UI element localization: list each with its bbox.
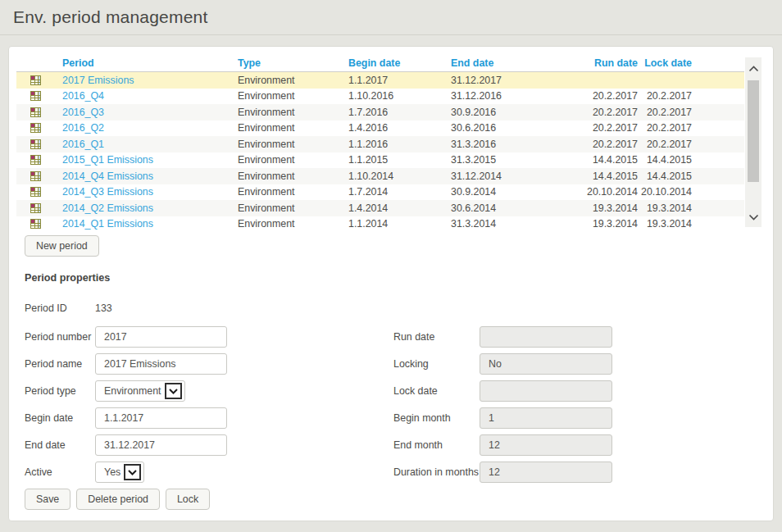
- lock-date-cell: 20.2.2017: [638, 90, 693, 102]
- lock-date-cell: 20.2.2017: [638, 107, 693, 118]
- active-select[interactable]: Yes: [95, 462, 144, 483]
- period-properties-heading: Period properties: [25, 272, 766, 284]
- table-row[interactable]: 2014_Q2 Emissions Environment 1.4.2014 3…: [16, 200, 744, 216]
- table-row[interactable]: 2015_Q1 Emissions Environment 1.1.2015 3…: [16, 152, 744, 169]
- begin-date-cell: 1.1.2014: [340, 218, 443, 230]
- table-row[interactable]: 2016_Q4 Environment 1.10.2016 31.12.2016…: [16, 89, 744, 105]
- begin-date-cell: 1.4.2016: [340, 122, 443, 134]
- column-header-type[interactable]: Type: [230, 57, 340, 69]
- period-type-cell: Environment: [230, 107, 340, 118]
- end-month-field: [480, 434, 612, 456]
- begin-date-cell: 1.4.2014: [340, 202, 443, 214]
- period-number-label: Period number: [25, 331, 95, 343]
- period-type-label: Period type: [25, 385, 95, 397]
- period-link[interactable]: 2016_Q3: [62, 107, 104, 118]
- end-date-cell: 30.9.2016: [443, 107, 549, 118]
- end-date-cell: 30.6.2016: [443, 122, 549, 134]
- period-link[interactable]: 2017 Emissions: [62, 75, 134, 86]
- calendar-icon: [16, 155, 54, 165]
- table-scrollbar[interactable]: [745, 57, 762, 227]
- end-date-input[interactable]: [95, 434, 227, 456]
- period-type-cell: Environment: [230, 218, 340, 230]
- run-date-cell: 19.3.2014: [549, 202, 638, 214]
- begin-date-cell: 1.1.2015: [340, 154, 443, 166]
- period-table: Period Type Begin date End date Run date…: [16, 55, 766, 230]
- calendar-icon: [16, 139, 54, 149]
- lock-date-cell: 19.3.2014: [638, 202, 693, 214]
- chevron-down-icon: [165, 383, 182, 399]
- period-id-label: Period ID: [25, 302, 95, 314]
- column-header-lock-date[interactable]: Lock date: [638, 57, 693, 69]
- run-date-cell: 20.2.2017: [549, 122, 638, 134]
- chevron-down-icon: [748, 209, 759, 224]
- begin-date-label: Begin date: [25, 412, 95, 424]
- scrollbar-up-button[interactable]: [745, 57, 762, 79]
- period-name-input[interactable]: [95, 353, 227, 375]
- period-id-value: 133: [95, 302, 112, 314]
- period-type-select[interactable]: Environment: [95, 380, 185, 402]
- period-number-input[interactable]: [95, 326, 227, 348]
- table-row[interactable]: 2017 Emissions Environment 1.1.2017 31.1…: [16, 72, 744, 89]
- table-row[interactable]: 2016_Q3 Environment 1.7.2016 30.9.2016 2…: [16, 104, 744, 120]
- lock-date-label: Lock date: [393, 385, 480, 397]
- calendar-icon: [16, 219, 54, 229]
- run-date-cell: 20.2.2017: [549, 139, 638, 150]
- table-row[interactable]: 2016_Q1 Environment 1.1.2016 31.3.2016 2…: [16, 136, 744, 152]
- run-date-cell: 20.10.2014: [549, 186, 638, 198]
- locking-label: Locking: [393, 358, 480, 370]
- period-name-label: Period name: [25, 358, 95, 370]
- period-link[interactable]: 2014_Q2 Emissions: [62, 202, 153, 214]
- lock-button[interactable]: Lock: [166, 489, 210, 510]
- begin-date-input[interactable]: [95, 407, 227, 429]
- calendar-icon: [16, 123, 54, 133]
- table-row[interactable]: 2014_Q4 Emissions Environment 1.10.2014 …: [16, 168, 744, 184]
- period-link[interactable]: 2014_Q1 Emissions: [62, 218, 153, 230]
- run-date-cell: 19.3.2014: [549, 218, 638, 230]
- begin-date-cell: 1.10.2016: [340, 90, 443, 102]
- run-date-cell: 20.2.2017: [549, 90, 638, 102]
- calendar-icon: [16, 203, 54, 213]
- save-button[interactable]: Save: [25, 489, 70, 510]
- duration-in-months-label: Duration in months: [393, 466, 480, 478]
- column-header-begin-date[interactable]: Begin date: [340, 57, 443, 69]
- column-header-end-date[interactable]: End date: [443, 57, 549, 69]
- period-link[interactable]: 2014_Q4 Emissions: [62, 171, 153, 182]
- end-date-cell: 30.6.2014: [443, 202, 549, 214]
- locking-field: [480, 353, 612, 375]
- delete-period-button[interactable]: Delete period: [76, 489, 160, 510]
- new-period-button[interactable]: New period: [25, 235, 99, 257]
- run-date-cell: 14.4.2015: [549, 154, 638, 166]
- period-link[interactable]: 2014_Q3 Emissions: [62, 186, 153, 198]
- scrollbar-thumb[interactable]: [748, 80, 759, 182]
- table-row[interactable]: 2014_Q3 Emissions Environment 1.7.2014 3…: [16, 184, 744, 201]
- lock-date-cell: 20.2.2017: [638, 139, 693, 150]
- lock-date-field: [480, 380, 612, 402]
- duration-in-months-field: [480, 462, 612, 483]
- end-date-cell: 31.3.2015: [443, 154, 549, 166]
- page-title: Env. period management: [13, 7, 769, 27]
- end-date-cell: 31.3.2016: [443, 139, 549, 150]
- lock-date-cell: 20.10.2014: [638, 186, 693, 198]
- period-link[interactable]: 2015_Q1 Emissions: [62, 154, 153, 166]
- scrollbar-track[interactable]: [745, 79, 762, 206]
- lock-date-cell: 14.4.2015: [638, 171, 693, 182]
- period-type-cell: Environment: [230, 75, 340, 86]
- begin-date-cell: 1.7.2016: [340, 107, 443, 118]
- page-header: Env. period management: [0, 0, 782, 35]
- begin-date-cell: 1.10.2014: [340, 171, 443, 182]
- run-date-cell: 20.2.2017: [549, 107, 638, 118]
- column-header-period[interactable]: Period: [54, 57, 230, 69]
- period-link[interactable]: 2016_Q2: [62, 122, 104, 134]
- table-row[interactable]: 2014_Q1 Emissions Environment 1.1.2014 3…: [16, 216, 744, 230]
- begin-date-cell: 1.1.2016: [340, 139, 443, 150]
- period-link[interactable]: 2016_Q4: [62, 90, 104, 102]
- calendar-icon: [16, 107, 54, 117]
- table-row[interactable]: 2016_Q2 Environment 1.4.2016 30.6.2016 2…: [16, 120, 744, 137]
- column-header-run-date[interactable]: Run date: [549, 57, 638, 69]
- lock-date-cell: 19.3.2014: [638, 218, 693, 230]
- period-type-cell: Environment: [230, 122, 340, 134]
- scrollbar-down-button[interactable]: [745, 206, 762, 227]
- lock-date-cell: 20.2.2017: [638, 122, 693, 134]
- period-link[interactable]: 2016_Q1: [62, 139, 104, 150]
- begin-month-label: Begin month: [393, 412, 480, 424]
